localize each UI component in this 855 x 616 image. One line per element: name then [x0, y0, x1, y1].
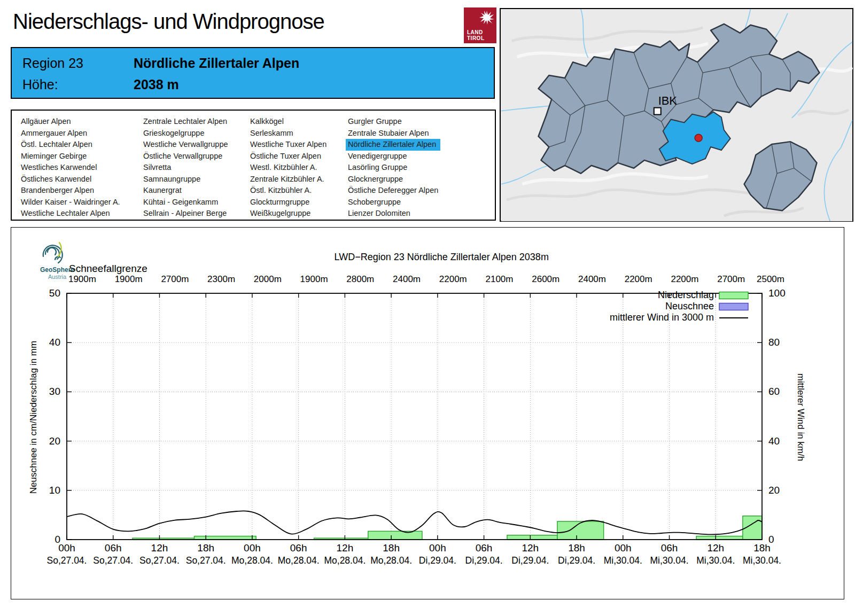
region-list-item[interactable]: Allgäuer Alpen	[19, 116, 122, 128]
region-list-item[interactable]: Zentrale Lechtaler Alpen	[141, 116, 230, 128]
region-list-item[interactable]: Kaunergrat	[141, 185, 230, 197]
logo-text-land: LAND	[467, 29, 485, 35]
selected-region-dot	[695, 134, 702, 142]
region-list-item[interactable]: Serleskamm	[248, 128, 329, 139]
region-header-box: Region 23 Nördliche Zillertaler Alpen Hö…	[11, 47, 495, 99]
region-list-item[interactable]: Kühtai - Geigenkamm	[141, 197, 230, 208]
legend-swatch-0	[719, 292, 748, 299]
forecast-chart: GeoSphere Austria LWD−Region 23 Nördlich…	[11, 227, 844, 599]
right-axis-title: mittlerer Wind in km/h	[795, 257, 806, 578]
region-list-item[interactable]: Kalkkögel	[248, 116, 329, 128]
region-list-item[interactable]: Zentrale Kitzbühler A.	[248, 174, 329, 185]
region-list-item[interactable]: Wilder Kaiser - Waidringer A.	[19, 197, 122, 208]
altitude-label: Höhe:	[22, 77, 58, 92]
region-list-item[interactable]: Östliche Deferegger Alpen	[346, 185, 440, 197]
region-list-item[interactable]: Lasörling Gruppe	[346, 162, 440, 174]
x-tick-hour: 18h	[682, 542, 842, 554]
region-list-item[interactable]: Venedigergruppe	[346, 151, 440, 162]
region-list-item[interactable]: Samnaungruppe	[141, 174, 230, 185]
region-list-item[interactable]: Östliches Karwendel	[19, 174, 122, 185]
region-list-item[interactable]: Sellrain - Alpeiner Berge	[141, 208, 230, 220]
niederschlag-bar	[368, 531, 422, 540]
region-list-box: Allgäuer AlpenAmmergauer AlpenÖstl. Lech…	[11, 110, 496, 221]
niederschlag-bar	[195, 536, 256, 540]
ibk-marker	[654, 108, 661, 115]
region-list-item[interactable]: Westliche Verwallgruppe	[141, 139, 230, 151]
wind-line	[67, 511, 762, 534]
region-list-item[interactable]: Brandenberger Alpen	[19, 185, 122, 197]
region-name-value: Nördliche Zillertaler Alpen	[134, 56, 299, 71]
niederschlag-bar	[557, 521, 604, 540]
region-list-item[interactable]: Glocknergruppe	[346, 174, 440, 185]
logo-text-tirol: TIROL	[467, 35, 485, 41]
region-list-column: Gurgler GruppeZentrale Stubaier AlpenNör…	[346, 116, 440, 220]
region-number-label: Region 23	[22, 56, 83, 71]
region-list-item[interactable]: Glockturmgruppe	[248, 197, 329, 208]
region-list-column: Allgäuer AlpenAmmergauer AlpenÖstl. Lech…	[19, 116, 122, 220]
niederschlag-bar	[507, 535, 557, 540]
page-title: Niederschlags- und Windprognose	[13, 10, 324, 34]
region-list-item[interactable]: Östl. Lechtaler Alpen	[19, 139, 122, 151]
region-list-item[interactable]: Östliche Tuxer Alpen	[248, 151, 329, 162]
map-city-label: IBK	[658, 94, 678, 107]
region-list-item[interactable]: Westliche Tuxer Alpen	[248, 139, 329, 151]
legend-label: mittlerer Wind in 3000 m	[495, 312, 714, 323]
chart-title: LWD−Region 23 Nördliche Zillertaler Alpe…	[335, 252, 495, 263]
region-list-item[interactable]: Westl. Kitzbühler A.	[248, 162, 329, 174]
region-list-item[interactable]: Westliche Lechtaler Alpen	[19, 208, 122, 220]
legend-swatch-1	[719, 303, 748, 310]
legend-label: Neuschnee	[495, 301, 714, 312]
region-list-item-selected[interactable]: Nördliche Zillertaler Alpen	[346, 139, 440, 151]
region-list-item[interactable]: Schobergruppe	[346, 197, 440, 208]
region-list-item[interactable]: Östl. Kitzbühler A.	[248, 185, 329, 197]
altitude-value: 2038 m	[134, 77, 179, 92]
region-list-item[interactable]: Lienzer Dolomiten	[346, 208, 440, 220]
tirol-map[interactable]: IBK	[500, 8, 853, 222]
region-list-column: Zentrale Lechtaler AlpenGrieskogelgruppe…	[141, 116, 230, 220]
region-list-column: KalkkögelSerleskammWestliche Tuxer Alpen…	[248, 116, 329, 220]
region-list-item[interactable]: Zentrale Stubaier Alpen	[346, 128, 440, 139]
snowline-label: 2500m	[690, 274, 851, 285]
region-list-item[interactable]: Gurgler Gruppe	[346, 116, 440, 128]
land-tirol-logo: LAND TIROL	[464, 7, 496, 43]
niederschlag-bar	[696, 536, 743, 540]
legend-label: Niederschlag	[495, 290, 714, 301]
region-list-item[interactable]: Östliche Verwallgruppe	[141, 151, 230, 162]
region-list-item[interactable]: Mieminger Gebirge	[19, 151, 122, 162]
x-tick-date: Mi,30.04.	[682, 555, 842, 566]
snowline-header: Schneefallgrenze	[69, 263, 147, 275]
region-list-item[interactable]: Silvretta	[141, 162, 230, 174]
left-axis-title: Neuschnee in cm/Niederschlag in mm	[28, 257, 39, 578]
region-list-item[interactable]: Weißkugelgruppe	[248, 208, 329, 220]
region-list-item[interactable]: Ammergauer Alpen	[19, 128, 122, 139]
region-list-item[interactable]: Westliches Karwendel	[19, 162, 122, 174]
tirol-eagle-icon	[464, 7, 496, 29]
region-list-item[interactable]: Grieskogelgruppe	[141, 128, 230, 139]
